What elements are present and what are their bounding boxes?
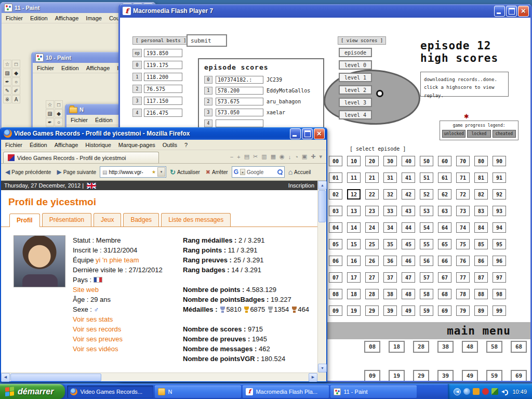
episode-cell[interactable]: 93	[493, 206, 506, 216]
episode-cell[interactable]: 49	[462, 370, 478, 381]
episode-cell[interactable]: 58	[486, 341, 502, 353]
episode-cell[interactable]: 41	[402, 172, 415, 183]
episode-cell[interactable]: 12	[347, 189, 361, 200]
episode-cell[interactable]: 33	[383, 206, 397, 216]
close-button[interactable]	[314, 128, 325, 139]
episode-cell[interactable]: 53	[420, 206, 433, 216]
episode-cell[interactable]: 13	[347, 206, 361, 216]
episode-cell[interactable]: 29	[413, 370, 429, 381]
episode-cell[interactable]: 54	[420, 222, 433, 233]
episode-cell[interactable]: 87	[474, 272, 488, 283]
episode-cell[interactable]: 03	[329, 206, 342, 216]
episode-cell[interactable]: 52	[420, 189, 433, 200]
episode-cell[interactable]: 99	[493, 305, 506, 316]
episode-cell[interactable]: 44	[402, 222, 415, 233]
menu-item[interactable]: Image	[82, 14, 105, 23]
episode-cell[interactable]: 19	[389, 370, 405, 381]
minimize-button[interactable]	[290, 128, 301, 139]
episode-cell[interactable]: 38	[437, 341, 454, 353]
refresh-button[interactable]: ↻ Actualiser	[168, 167, 202, 178]
url-input[interactable]: http://www.vgr-	[109, 169, 150, 175]
forward-button[interactable]: ▶ Page suivante	[55, 167, 98, 177]
profile-tab[interactable]: Profil	[9, 214, 40, 227]
episode-cell[interactable]: 17	[347, 272, 361, 283]
episode-cell[interactable]: 84	[474, 222, 488, 233]
episode-cell[interactable]: 34	[383, 222, 397, 233]
maximize-button[interactable]	[302, 128, 313, 139]
paint-tool-icon[interactable]: ✒	[3, 77, 11, 86]
start-button[interactable]: démarrer	[0, 384, 65, 399]
menu-item[interactable]: Fichier	[67, 115, 91, 125]
episode-cell[interactable]: 71	[456, 172, 470, 183]
episode-cell[interactable]: 97	[493, 272, 506, 283]
view-scores-button[interactable]: level 4	[339, 110, 372, 119]
print-icon[interactable]: ▣	[302, 153, 307, 160]
uk-flag-icon[interactable]	[87, 183, 96, 189]
paint-tool-icon[interactable]: ○	[55, 118, 63, 126]
episode-cell[interactable]: 06	[329, 256, 342, 266]
profile-link[interactable]: Voir ses records	[73, 325, 121, 333]
episode-cell[interactable]: 47	[402, 272, 415, 283]
episode-cell[interactable]: 09	[329, 305, 342, 316]
episode-cell[interactable]: 67	[438, 272, 451, 283]
paint-tool-icon[interactable]: ▨	[3, 69, 11, 77]
main-menu-button[interactable]: main menu	[447, 325, 511, 337]
episode-cell[interactable]: 18	[389, 341, 405, 353]
paint-tool-icon[interactable]: ✎	[3, 86, 11, 95]
paint-tool-icon[interactable]: ☆	[46, 100, 54, 109]
vertical-scroll-thumb[interactable]	[318, 190, 326, 222]
episode-cell[interactable]: 96	[493, 256, 506, 266]
episode-cell[interactable]: 28	[365, 289, 379, 299]
episode-cell[interactable]: 64	[438, 222, 451, 233]
episode-cell[interactable]: 04	[329, 222, 342, 233]
episode-cell[interactable]: 37	[383, 272, 397, 283]
episode-cell[interactable]: 38	[383, 289, 397, 299]
profile-link[interactable]: Voir ses stats	[73, 315, 113, 323]
episode-cell[interactable]: 60	[438, 156, 451, 166]
close-button[interactable]	[518, 6, 529, 17]
paint-tool-icon[interactable]: □	[12, 60, 20, 68]
episode-cell[interactable]: 09	[364, 370, 380, 381]
episode-cell[interactable]: 39	[437, 370, 454, 381]
episode-cell[interactable]: 27	[365, 272, 379, 283]
episode-cell[interactable]: 08	[364, 341, 380, 353]
profile-link[interactable]: Voir ses vidéos	[73, 345, 118, 353]
horizontal-scrollbar[interactable]	[1, 373, 317, 381]
collapse-icon[interactable]: −	[230, 154, 233, 160]
episode-cell[interactable]: 00	[329, 156, 342, 166]
taskbar-task[interactable]: Video Games Records...	[67, 385, 153, 398]
episode-cell[interactable]: 46	[402, 256, 415, 266]
episode-cell[interactable]: 59	[420, 305, 433, 316]
back-button[interactable]: ◀ Page précédente	[3, 167, 53, 177]
episode-cell[interactable]: 50	[420, 156, 433, 166]
menu-item[interactable]: Affichage	[51, 14, 83, 23]
taskbar-task[interactable]: N	[155, 385, 241, 398]
paint-tool-icon[interactable]: ◆	[55, 109, 63, 117]
episode-cell[interactable]: 69	[511, 370, 527, 381]
episode-cell[interactable]: 89	[474, 305, 488, 316]
episode-cell[interactable]: 95	[493, 239, 506, 249]
episode-cell[interactable]: 86	[474, 256, 488, 266]
episode-cell[interactable]: 81	[474, 172, 488, 183]
episode-cell[interactable]: 48	[402, 289, 415, 299]
episode-cell[interactable]: 75	[456, 239, 470, 249]
firefox-titlebar[interactable]: Video Games Records - Profil de yicestmo…	[1, 127, 326, 140]
episode-cell[interactable]: 05	[329, 239, 342, 249]
url-bar[interactable]: ▤ http://www.vgr- ★ ▾	[100, 166, 166, 178]
view-scores-button[interactable]: level 3	[339, 98, 372, 107]
profile-tab[interactable]: Liste des messages	[161, 213, 231, 227]
browser-tab[interactable]: Video Games Records - Profil de yicestmo…	[3, 152, 159, 163]
scroll-right-button[interactable]	[309, 373, 317, 382]
episode-cell[interactable]: 76	[456, 256, 470, 266]
menu-item[interactable]: Edition	[58, 63, 83, 73]
episode-cell[interactable]: 78	[456, 289, 470, 299]
profile-tab[interactable]: Présentation	[42, 213, 91, 227]
view-scores-button[interactable]: level 1	[339, 73, 372, 82]
episode-cell[interactable]: 98	[493, 289, 506, 299]
episode-cell[interactable]: 68	[438, 289, 451, 299]
episode-cell[interactable]: 69	[438, 305, 451, 316]
episode-cell[interactable]: 26	[365, 256, 379, 266]
episode-cell[interactable]: 22	[365, 189, 379, 200]
episode-cell[interactable]: 92	[493, 189, 506, 200]
scroll-down-button[interactable]	[318, 364, 327, 373]
